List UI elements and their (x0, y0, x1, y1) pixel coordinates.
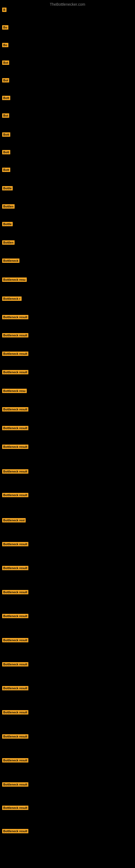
item-badge: Bottleneck result (2, 686, 28, 690)
item-badge: Bo (2, 43, 8, 47)
item-badge: Bottleneck result (2, 493, 28, 497)
list-item: Bott (2, 167, 10, 172)
list-item: Bottleneck result (2, 542, 28, 546)
item-badge: Bottle (2, 222, 13, 226)
item-badge: Bottleneck result (2, 542, 28, 546)
item-badge: Bot (2, 78, 9, 83)
item-badge: Bottleneck resu (2, 389, 27, 393)
item-badge: Bottleneck result (2, 782, 28, 786)
list-item: Bottleneck result (2, 734, 28, 739)
item-badge: Bottleneck result (2, 734, 28, 739)
item-badge: Bottleneck result (2, 614, 28, 618)
item-badge: Bottle (2, 186, 13, 190)
item-badge: Bo (2, 25, 8, 30)
list-item: Bott (2, 150, 10, 154)
list-item: Bottleneck (2, 258, 19, 263)
item-badge: Bottlen (2, 240, 14, 245)
list-item: Bottleneck result (2, 444, 28, 449)
list-item: Bottleneck result (2, 315, 28, 319)
item-badge: Bottleneck result (2, 333, 28, 337)
list-item: Bottleneck resu (2, 278, 27, 282)
item-badge: Bottlen (2, 204, 14, 209)
list-item: Bottleneck rest (2, 518, 26, 522)
item-badge: Bottleneck result (2, 829, 28, 833)
list-item: Bo (2, 43, 8, 47)
list-item: Bottleneck result (2, 407, 28, 411)
list-item: Bottleneck result (2, 614, 28, 618)
list-item: Bottleneck result (2, 806, 28, 810)
item-badge: Bottleneck result (2, 426, 28, 430)
list-item: Bottle (2, 186, 13, 190)
item-badge: Bott (2, 150, 10, 154)
item-badge: Bottleneck rest (2, 518, 26, 522)
item-badge: Bottleneck r (2, 297, 21, 301)
item-badge: Bottleneck result (2, 758, 28, 763)
list-item: Bottleneck result (2, 782, 28, 786)
list-item: Bottlen (2, 204, 14, 209)
item-badge: B (2, 8, 6, 12)
item-badge: Bottleneck (2, 258, 19, 263)
item-badge: Bottleneck result (2, 806, 28, 810)
list-item: Bo (2, 25, 8, 30)
item-badge: Bottleneck result (2, 638, 28, 642)
item-badge: Bottleneck result (2, 662, 28, 666)
item-badge: Bot (2, 113, 9, 118)
list-item: Bot (2, 61, 9, 65)
item-badge: Bottleneck result (2, 469, 28, 474)
list-item: Bottleneck result (2, 710, 28, 714)
item-badge: Bottleneck result (2, 407, 28, 411)
list-item: Bot (2, 78, 9, 83)
item-badge: Bott (2, 96, 10, 100)
list-item: Bottleneck result (2, 758, 28, 763)
list-item: Bottleneck result (2, 370, 28, 374)
list-item: Bottleneck result (2, 469, 28, 474)
item-badge: Bottleneck result (2, 710, 28, 714)
list-item: Bottleneck result (2, 333, 28, 337)
list-item: Bottleneck result (2, 829, 28, 833)
items-container: BBoBoBotBotBottBotBottBottBottBottleBott… (0, 8, 135, 862)
site-title: TheBottlenecker.com (0, 0, 135, 8)
item-badge: Bottleneck resu (2, 278, 27, 282)
item-badge: Bott (2, 167, 10, 172)
list-item: Bottleneck result (2, 493, 28, 497)
item-badge: Bot (2, 61, 9, 65)
item-badge: Bottleneck result (2, 566, 28, 570)
list-item: Bottleneck resu (2, 389, 27, 393)
list-item: Bot (2, 113, 9, 118)
list-item: B (2, 8, 6, 12)
list-item: Bottle (2, 222, 13, 226)
page-wrapper: TheBottlenecker.com BBoBoBotBotBottBotBo… (0, 0, 135, 868)
list-item: Bottleneck result (2, 662, 28, 666)
list-item: Bottleneck result (2, 638, 28, 642)
list-item: Bott (2, 96, 10, 100)
list-item: Bottleneck result (2, 426, 28, 430)
item-badge: Bottleneck result (2, 370, 28, 374)
item-badge: Bottleneck result (2, 351, 28, 356)
list-item: Bottleneck result (2, 351, 28, 356)
list-item: Bottlen (2, 240, 14, 245)
item-badge: Bottleneck result (2, 444, 28, 449)
list-item: Bottleneck result (2, 590, 28, 594)
item-badge: Bott (2, 132, 10, 137)
list-item: Bottleneck result (2, 566, 28, 570)
item-badge: Bottleneck result (2, 315, 28, 319)
list-item: Bottleneck r (2, 297, 21, 301)
list-item: Bott (2, 132, 10, 137)
item-badge: Bottleneck result (2, 590, 28, 594)
list-item: Bottleneck result (2, 686, 28, 690)
